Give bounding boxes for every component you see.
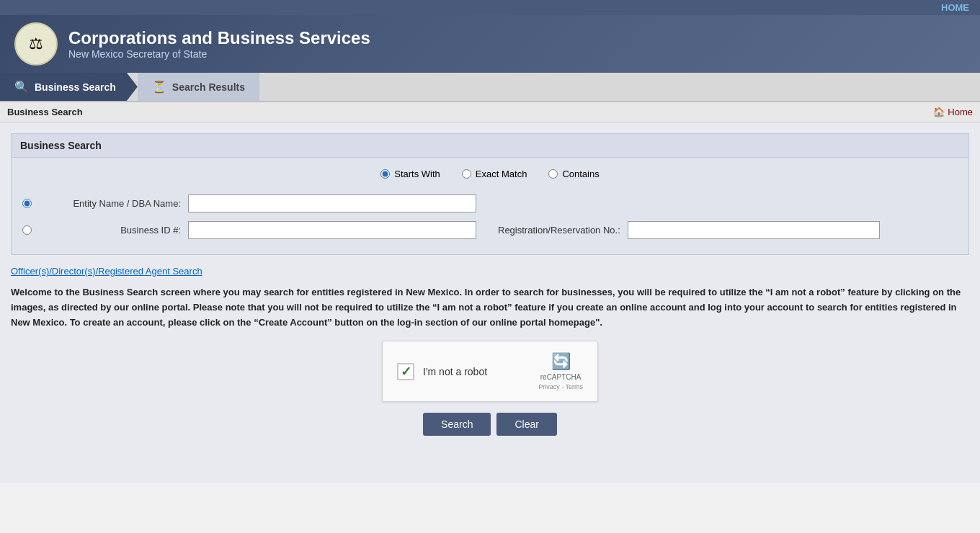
reg-res-input[interactable]	[628, 221, 880, 239]
tab-search-results-label: Search Results	[172, 81, 245, 93]
tab-search-results[interactable]: ⏳ Search Results	[138, 73, 259, 101]
radio-exact-match[interactable]	[462, 169, 471, 179]
entity-name-radio-cell	[22, 199, 44, 208]
form-rows: Entity Name / DBA Name: Business ID #: R…	[12, 187, 968, 254]
radio-option-starts-with[interactable]: Starts With	[380, 169, 440, 179]
header: ⚖ Corporations and Business Services New…	[0, 15, 980, 73]
exact-match-label: Exact Match	[476, 169, 527, 179]
search-icon: 🔍	[14, 80, 29, 94]
entity-name-input-wrapper	[188, 194, 476, 212]
header-logo-icon: ⚖	[29, 35, 43, 53]
recaptcha-text: I'm not a robot	[423, 366, 487, 377]
recaptcha-box[interactable]: ✓ I'm not a robot 🔄 reCAPTCHA Privacy - …	[382, 341, 598, 402]
radio-contains[interactable]	[548, 169, 558, 179]
recaptcha-logo-icon: 🔄	[551, 352, 571, 371]
business-id-input-wrapper	[188, 221, 476, 239]
search-section-title: Business Search	[12, 134, 968, 158]
clear-button[interactable]: Clear	[496, 413, 556, 436]
radio-option-contains[interactable]: Contains	[548, 169, 599, 179]
radio-entity-name[interactable]	[22, 199, 32, 208]
breadcrumb-title: Business Search	[7, 107, 83, 117]
header-title: Corporations and Business Services	[68, 28, 370, 48]
entity-name-row: Entity Name / DBA Name:	[22, 190, 958, 217]
radio-business-id[interactable]	[22, 225, 32, 235]
entity-name-input[interactable]	[188, 194, 476, 212]
business-id-radio-cell	[22, 225, 44, 235]
recaptcha-left: ✓ I'm not a robot	[397, 363, 487, 380]
header-text: Corporations and Business Services New M…	[68, 28, 370, 60]
officer-link[interactable]: Officer(s)/Director(s)/Registered Agent …	[11, 266, 202, 277]
business-id-label: Business ID #:	[51, 225, 181, 236]
search-button[interactable]: Search	[423, 413, 491, 436]
reg-res-label: Registration/Reservation No.:	[498, 225, 620, 236]
contains-label: Contains	[562, 169, 599, 179]
home-icon: 🏠	[933, 107, 945, 117]
header-logo: ⚖	[14, 22, 58, 66]
tab-business-search[interactable]: 🔍 Business Search	[0, 73, 138, 101]
header-subtitle: New Mexico Secretary of State	[68, 48, 370, 60]
button-row: Search Clear	[11, 413, 969, 436]
top-home-link[interactable]: HOME	[941, 2, 969, 13]
hourglass-icon: ⏳	[152, 80, 166, 94]
tab-business-search-label: Business Search	[35, 81, 116, 93]
breadcrumb-home-link[interactable]: 🏠 Home	[933, 107, 973, 117]
breadcrumb-home-label: Home	[948, 107, 973, 117]
recaptcha-label: reCAPTCHA	[540, 373, 582, 381]
starts-with-label: Starts With	[394, 169, 440, 179]
breadcrumb-bar: Business Search 🏠 Home	[0, 102, 980, 122]
search-section: Business Search Starts With Exact Match …	[11, 133, 969, 255]
tab-bar: 🔍 Business Search ⏳ Search Results	[0, 73, 980, 102]
recaptcha-checkmark: ✓	[401, 364, 411, 380]
business-id-row: Business ID #: Registration/Reservation …	[22, 217, 958, 243]
reg-res-row: Registration/Reservation No.:	[498, 221, 880, 239]
radio-option-exact-match[interactable]: Exact Match	[462, 169, 527, 179]
business-id-input[interactable]	[188, 221, 476, 239]
recaptcha-right: 🔄 reCAPTCHA Privacy - Terms	[538, 352, 583, 390]
search-type-row: Starts With Exact Match Contains	[12, 158, 968, 187]
main-content: Business Search Starts With Exact Match …	[0, 122, 980, 483]
recaptcha-checkbox[interactable]: ✓	[397, 363, 414, 380]
radio-starts-with[interactable]	[380, 169, 390, 179]
top-home-bar: HOME	[0, 0, 980, 15]
recaptcha-container: ✓ I'm not a robot 🔄 reCAPTCHA Privacy - …	[11, 341, 969, 402]
welcome-text: Welcome to the Business Search screen wh…	[11, 285, 969, 330]
entity-name-label: Entity Name / DBA Name:	[51, 198, 181, 209]
recaptcha-links: Privacy - Terms	[538, 383, 583, 390]
